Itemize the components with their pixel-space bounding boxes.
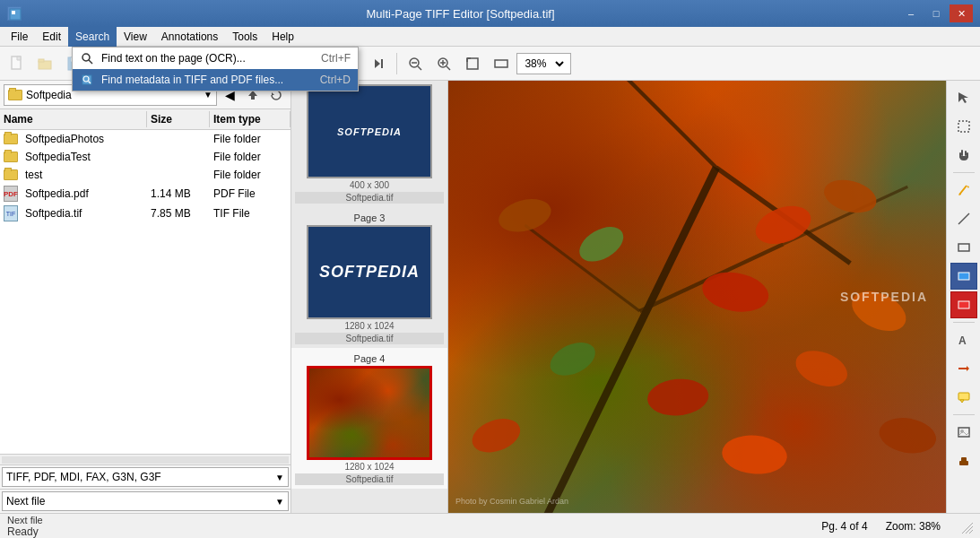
svg-line-35 <box>447 66 450 70</box>
thumb-filename-page4: Softpedia.tif <box>295 473 444 485</box>
svg-point-59 <box>721 433 789 477</box>
menu-search[interactable]: Search <box>68 27 117 47</box>
svg-text:A: A <box>958 334 967 347</box>
menu-file[interactable]: File <box>4 27 35 47</box>
zoom-select[interactable]: 38% 25% 50% 75% 100% <box>521 56 567 71</box>
file-size <box>147 156 210 158</box>
text-tool-button[interactable]: A <box>950 326 977 353</box>
cursor-tool-button[interactable] <box>950 84 977 111</box>
svg-marker-40 <box>248 91 257 100</box>
new-button[interactable] <box>4 50 30 77</box>
search-text-icon <box>80 51 94 65</box>
minimize-button[interactable]: – <box>899 4 923 22</box>
pdf-icon: PDF <box>4 186 18 202</box>
thumbnail-page4[interactable]: Page 4 1280 x 1024 Softpedia.tif <box>291 348 447 489</box>
file-row[interactable]: test File folder <box>0 166 291 184</box>
col-header-name: Name <box>0 111 147 127</box>
arrow-tool-button[interactable] <box>950 355 977 382</box>
svg-rect-10 <box>39 59 44 62</box>
fit-page-button[interactable] <box>459 50 486 77</box>
svg-rect-72 <box>958 301 969 308</box>
right-toolbar-sep-2 <box>953 322 975 323</box>
dropdown-find-text[interactable]: Find text on the page (OCR)... Ctrl+F <box>73 48 358 69</box>
svg-point-48 <box>750 199 816 251</box>
main-layout: Softpedia ▼ ◀ Name Size Item type Softpe… <box>0 81 980 513</box>
svg-line-43 <box>716 168 850 264</box>
menu-help[interactable]: Help <box>265 27 301 47</box>
red-rect-button[interactable] <box>950 291 977 318</box>
comment-tool-button[interactable] <box>950 384 977 411</box>
file-size <box>147 174 210 176</box>
image-tool-button[interactable] <box>950 419 977 446</box>
zoom-in-button[interactable] <box>430 50 457 77</box>
menu-view[interactable]: View <box>117 27 154 47</box>
line-tool-button[interactable] <box>950 205 977 232</box>
panel-bottom-row: TIFF, PDF, MDI, FAX, G3N, G3F ▼ <box>0 464 291 489</box>
thumb-image-page4 <box>307 366 432 460</box>
stamp-tool-button[interactable] <box>950 447 977 474</box>
fit-width-button[interactable] <box>488 50 515 77</box>
thumb-label-page4: Page 4 <box>295 351 444 366</box>
status-zoom: Zoom: 38% <box>886 520 941 533</box>
svg-marker-67 <box>967 186 969 188</box>
svg-marker-8 <box>17 56 21 60</box>
menu-tools[interactable]: Tools <box>225 27 265 47</box>
select-tool-button[interactable] <box>950 113 977 140</box>
horizontal-scrollbar[interactable] <box>0 454 291 464</box>
status-bar: Next file Ready Pg. 4 of 4 Zoom: 38% <box>0 513 980 538</box>
right-toolbar: A <box>946 81 980 513</box>
thumb-dimensions-page4: 1280 x 1024 <box>295 462 444 472</box>
toolbar-sep-3 <box>396 53 397 74</box>
thumb-dimensions-page3: 1280 x 1024 <box>295 321 444 331</box>
thumb-image-page2: SOFTPEDIA <box>307 84 432 178</box>
file-size <box>147 138 210 140</box>
file-row[interactable]: TIF Softpedia.tif 7.85 MB TIF File <box>0 204 291 223</box>
svg-point-49 <box>820 175 880 218</box>
menu-edit[interactable]: Edit <box>35 27 68 47</box>
zoom-out-button[interactable] <box>402 50 429 77</box>
next-file-dropdown[interactable]: Next file ▼ <box>2 491 289 511</box>
svg-point-54 <box>646 377 710 418</box>
menu-bar: File Edit Search View Annotations Tools … <box>0 27 980 47</box>
search-meta-icon <box>80 73 94 87</box>
svg-line-45 <box>639 244 783 311</box>
folder-icon <box>8 90 22 100</box>
find-text-label: Find text on the page (OCR)... <box>101 52 314 65</box>
file-row[interactable]: PDF Softpedia.pdf 1.14 MB PDF File <box>0 184 291 204</box>
last-page-button[interactable] <box>365 50 392 77</box>
file-row[interactable]: SoftpediaPhotos File folder <box>0 130 291 148</box>
right-toolbar-sep-1 <box>953 172 975 173</box>
file-list-header: Name Size Item type <box>0 109 291 130</box>
color-rect-button[interactable] <box>950 263 977 290</box>
thumbnail-panel: SOFTPEDIA 400 x 300 Softpedia.tif Page 3… <box>291 81 448 513</box>
svg-rect-62 <box>961 150 963 156</box>
rect-tool-button[interactable] <box>950 234 977 261</box>
file-type: PDF File <box>210 187 291 201</box>
menu-annotations[interactable]: Annotations <box>154 27 225 47</box>
svg-line-83 <box>966 526 973 534</box>
format-filter-label: TIFF, PDF, MDI, FAX, G3N, G3F <box>6 471 161 483</box>
format-filter-dropdown[interactable]: TIFF, PDF, MDI, FAX, G3N, G3F ▼ <box>2 467 289 487</box>
pan-tool-button[interactable] <box>950 142 977 169</box>
close-button[interactable]: ✕ <box>950 4 973 22</box>
find-text-shortcut: Ctrl+F <box>321 52 351 65</box>
svg-marker-77 <box>960 400 964 403</box>
svg-line-69 <box>958 213 969 224</box>
svg-rect-63 <box>965 151 967 156</box>
window-controls: – □ ✕ <box>899 4 973 22</box>
dropdown-find-metadata[interactable]: Find metadata in TIFF and PDF files... C… <box>73 69 358 91</box>
thumbnail-page3[interactable]: Page 3 SOFTPEDIA 1280 x 1024 Softpedia.t… <box>291 207 447 348</box>
pencil-tool-button[interactable] <box>950 177 977 204</box>
image-panel: SOFTPEDIA Photo by Cosmin Gabriel Ardan <box>448 81 946 513</box>
thumbnail-page2[interactable]: SOFTPEDIA 400 x 300 Softpedia.tif <box>291 81 447 207</box>
file-type: File folder <box>210 168 291 182</box>
maximize-button[interactable]: □ <box>924 4 948 22</box>
find-metadata-shortcut: Ctrl+D <box>320 74 351 86</box>
resize-handle[interactable] <box>958 519 973 534</box>
open-button[interactable] <box>32 50 59 77</box>
tif-icon: TIF <box>4 205 18 221</box>
file-size: 1.14 MB <box>147 187 210 201</box>
file-row[interactable]: SoftpediaTest File folder <box>0 148 291 166</box>
svg-point-58 <box>467 412 525 458</box>
svg-rect-1 <box>12 11 15 14</box>
